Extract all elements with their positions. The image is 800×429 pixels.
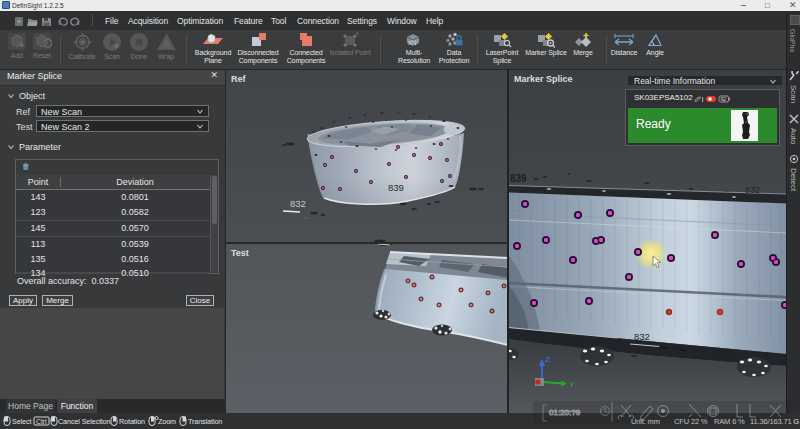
svg-text:832: 832 xyxy=(290,198,306,209)
svg-text:Ctrl: Ctrl xyxy=(36,418,47,425)
svg-text:839: 839 xyxy=(510,173,527,184)
svg-text:832: 832 xyxy=(745,185,760,195)
svg-text:Y: Y xyxy=(569,380,575,389)
svg-text:839: 839 xyxy=(388,182,404,193)
svg-text:xN: xN xyxy=(408,39,416,46)
svg-text:92: 92 xyxy=(721,96,727,102)
svg-text:Z: Z xyxy=(545,355,550,364)
svg-text:832: 832 xyxy=(634,331,650,342)
svg-text:01:20:?9: 01:20:?9 xyxy=(549,408,581,417)
